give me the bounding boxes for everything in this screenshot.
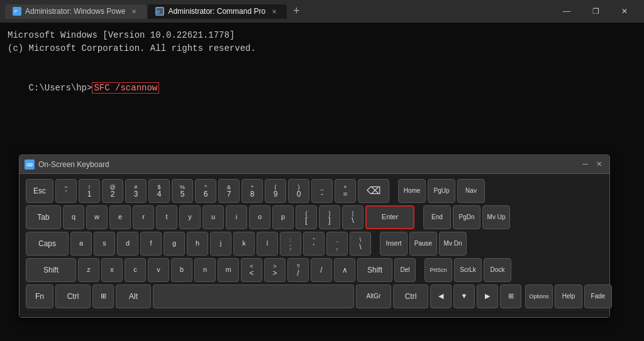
- key-minus[interactable]: _-: [311, 179, 333, 203]
- key-r[interactable]: r: [133, 205, 154, 229]
- key-caps[interactable]: Caps: [26, 232, 69, 256]
- key-equals[interactable]: +=: [335, 179, 356, 203]
- key-o[interactable]: o: [249, 205, 270, 229]
- key-ctrl-right[interactable]: Ctrl: [393, 284, 428, 308]
- key-t[interactable]: t: [156, 205, 177, 229]
- key-j[interactable]: j: [210, 232, 231, 256]
- key-pause[interactable]: Pause: [409, 232, 437, 256]
- key-1[interactable]: !1: [79, 179, 100, 203]
- terminal-area[interactable]: Microsoft Windows [Version 10.0.22621.17…: [0, 23, 644, 341]
- terminal-line-1: Microsoft Windows [Version 10.0.22621.17…: [8, 29, 636, 42]
- key-prtscn[interactable]: PrtScn: [425, 258, 452, 282]
- key-mvdn[interactable]: Mv Dn: [439, 232, 467, 256]
- key-i[interactable]: i: [226, 205, 247, 229]
- key-win-right[interactable]: ⊞: [500, 284, 521, 308]
- key-fade[interactable]: Fade: [584, 284, 612, 308]
- key-nav[interactable]: Nav: [457, 179, 485, 203]
- maximize-button[interactable]: ❐: [581, 0, 610, 23]
- key-caret[interactable]: ∧: [334, 258, 355, 282]
- key-backspace[interactable]: ⌫: [358, 179, 389, 203]
- key-insert[interactable]: Insert: [380, 232, 408, 256]
- tab-cmdpro-close[interactable]: ✕: [269, 7, 279, 16]
- on-screen-keyboard: ⌨ On-Screen Keyboard — ✕ Esc ~` !1 @2 #3…: [19, 154, 610, 318]
- key-g[interactable]: g: [164, 232, 185, 256]
- key-altgr[interactable]: AltGr: [356, 284, 391, 308]
- osk-close-button[interactable]: ✕: [594, 158, 604, 171]
- key-esc[interactable]: Esc: [26, 179, 53, 203]
- key-comma2[interactable]: ,,: [326, 232, 348, 256]
- key-tab[interactable]: Tab: [26, 205, 61, 229]
- key-backslash[interactable]: |\: [342, 205, 364, 229]
- key-s[interactable]: s: [94, 232, 115, 256]
- key-lt[interactable]: <<: [241, 258, 262, 282]
- tab-powershell[interactable]: P Administrator: Windows Powe ✕: [5, 4, 147, 19]
- key-k[interactable]: k: [233, 232, 255, 256]
- key-fn[interactable]: Fn: [26, 284, 53, 308]
- key-arrow-left[interactable]: ◀: [430, 284, 452, 308]
- key-n[interactable]: n: [194, 258, 216, 282]
- key-arrow-down[interactable]: ▼: [453, 284, 475, 308]
- new-tab-button[interactable]: +: [288, 5, 305, 18]
- key-x[interactable]: x: [101, 258, 123, 282]
- close-button[interactable]: ✕: [610, 0, 639, 23]
- key-gt[interactable]: >>: [264, 258, 286, 282]
- key-8[interactable]: *8: [242, 179, 263, 203]
- key-ctrl-left[interactable]: Ctrl: [55, 284, 91, 308]
- key-win-left[interactable]: ⊞: [92, 284, 114, 308]
- key-rbracket[interactable]: }]: [319, 205, 340, 229]
- key-u[interactable]: u: [203, 205, 224, 229]
- key-d[interactable]: d: [117, 232, 138, 256]
- key-bs2[interactable]: \\: [350, 232, 371, 256]
- key-w[interactable]: w: [86, 205, 108, 229]
- key-dock[interactable]: Dock: [484, 258, 511, 282]
- terminal-line-3: [8, 55, 636, 68]
- key-mvup[interactable]: Mv Up: [482, 205, 510, 229]
- key-m[interactable]: m: [218, 258, 239, 282]
- key-z[interactable]: z: [78, 258, 99, 282]
- tab-powershell-close[interactable]: ✕: [129, 7, 139, 16]
- key-9[interactable]: (9: [265, 179, 286, 203]
- osk-minimize-button[interactable]: —: [580, 158, 590, 171]
- key-a[interactable]: a: [70, 232, 92, 256]
- key-arrow-right[interactable]: ▶: [477, 284, 498, 308]
- key-semicolon[interactable]: :;: [280, 232, 301, 256]
- minimize-button[interactable]: —: [552, 0, 581, 23]
- key-home[interactable]: Home: [398, 179, 426, 203]
- tab-cmdpro[interactable]: C Administrator: Command Pro ✕: [148, 4, 287, 19]
- key-5[interactable]: %5: [172, 179, 193, 203]
- key-6[interactable]: ^6: [195, 179, 216, 203]
- key-v[interactable]: v: [148, 258, 169, 282]
- key-e[interactable]: e: [109, 205, 131, 229]
- key-enter[interactable]: Enter: [365, 205, 414, 229]
- key-h[interactable]: h: [187, 232, 208, 256]
- key-shift-left[interactable]: Shift: [26, 258, 76, 282]
- key-options[interactable]: Options: [525, 284, 553, 308]
- key-0[interactable]: )0: [288, 179, 309, 203]
- key-del[interactable]: Del: [394, 258, 416, 282]
- key-3[interactable]: #3: [125, 179, 147, 203]
- key-b[interactable]: b: [171, 258, 192, 282]
- key-q[interactable]: q: [63, 205, 84, 229]
- key-help[interactable]: Help: [555, 284, 582, 308]
- key-c[interactable]: c: [125, 258, 146, 282]
- key-lbracket[interactable]: {[: [296, 205, 317, 229]
- key-scrlk[interactable]: ScrLk: [454, 258, 482, 282]
- key-pgdn[interactable]: PgDn: [453, 205, 480, 229]
- key-f[interactable]: f: [140, 232, 162, 256]
- key-slash2[interactable]: /: [311, 258, 332, 282]
- key-4[interactable]: $4: [148, 179, 170, 203]
- key-end[interactable]: End: [423, 205, 451, 229]
- key-backtick[interactable]: ~`: [55, 179, 77, 203]
- key-quote[interactable]: "': [303, 232, 325, 256]
- key-pgup[interactable]: PgUp: [428, 179, 455, 203]
- key-shift-right[interactable]: Shift: [357, 258, 392, 282]
- key-space[interactable]: [153, 284, 354, 308]
- key-l[interactable]: l: [257, 232, 278, 256]
- key-7[interactable]: &7: [218, 179, 240, 203]
- key-alt[interactable]: Alt: [116, 284, 151, 308]
- key-y[interactable]: y: [179, 205, 201, 229]
- key-2[interactable]: @2: [102, 179, 123, 203]
- key-p[interactable]: p: [272, 205, 294, 229]
- key-question[interactable]: ?/: [287, 258, 309, 282]
- osk-icon: ⌨: [25, 160, 35, 170]
